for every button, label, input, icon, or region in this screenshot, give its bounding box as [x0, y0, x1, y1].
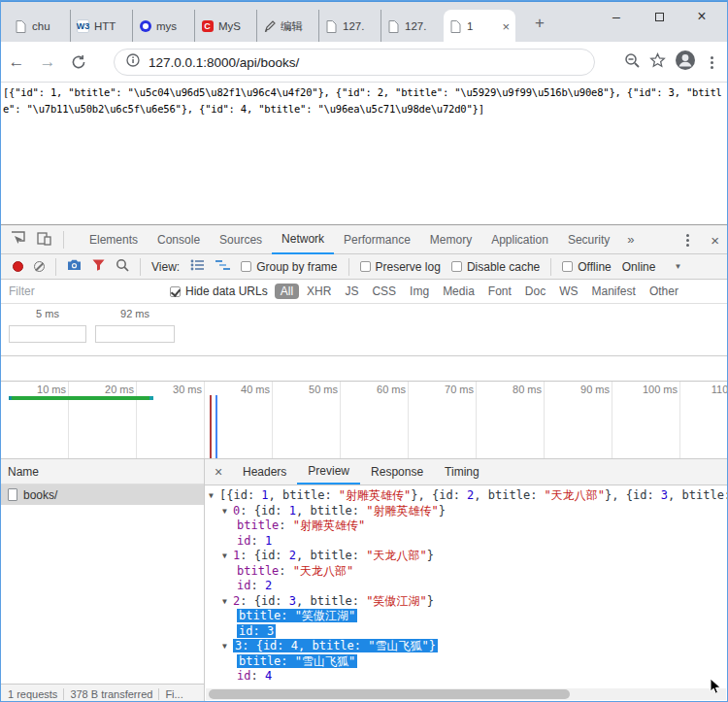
- tree-expand-icon[interactable]: ▼: [222, 594, 233, 610]
- filter-type-css[interactable]: CSS: [366, 284, 402, 299]
- devtools-tab-sources[interactable]: Sources: [210, 225, 272, 254]
- inspect-element-icon[interactable]: [11, 231, 25, 249]
- forward-icon[interactable]: →: [32, 52, 63, 72]
- requests-name-header[interactable]: Name: [1, 459, 204, 485]
- filter-input[interactable]: [1, 284, 151, 298]
- offline-checkbox[interactable]: Offline: [562, 260, 611, 274]
- window-close-button[interactable]: ×: [680, 4, 723, 29]
- more-tabs-icon[interactable]: »: [619, 232, 642, 247]
- browser-tab-7[interactable]: 127.: [381, 10, 444, 43]
- details-tab-headers[interactable]: Headers: [232, 459, 297, 485]
- details-tab-preview[interactable]: Preview: [297, 459, 360, 485]
- browser-tab-1[interactable]: chu: [9, 10, 71, 43]
- browser-tab-5[interactable]: 编辑: [257, 10, 319, 43]
- filmstrip-frame[interactable]: [9, 325, 86, 343]
- tree-expand-icon[interactable]: ▼: [222, 504, 233, 519]
- devtools-tab-security[interactable]: Security: [558, 225, 619, 254]
- omnibox[interactable]: 127.0.0.1:8000/api/books/: [114, 49, 595, 76]
- filter-type-other[interactable]: Other: [644, 284, 684, 299]
- tab-close-icon[interactable]: ×: [502, 19, 510, 34]
- minimize-button[interactable]: –: [595, 4, 638, 29]
- network-filter-bar: Hide data URLs AllXHRJSCSSImgMediaFontDo…: [1, 280, 727, 304]
- new-tab-button[interactable]: +: [535, 14, 545, 33]
- tree-line[interactable]: id: 2: [205, 579, 727, 594]
- clear-icon[interactable]: [34, 261, 45, 272]
- details-tab-timing[interactable]: Timing: [434, 459, 490, 485]
- throttling-dropdown[interactable]: Online▼: [622, 260, 682, 274]
- request-name: books/: [23, 488, 57, 502]
- view-list-icon[interactable]: [190, 259, 205, 274]
- devtools-tab-application[interactable]: Application: [481, 225, 558, 254]
- tree-line[interactable]: btitle: "射雕英雄传": [205, 518, 727, 534]
- ruler-tick: 30 ms: [137, 384, 205, 395]
- devtools-tab-console[interactable]: Console: [148, 225, 210, 254]
- filter-type-media[interactable]: Media: [437, 284, 480, 299]
- tree-expand-icon[interactable]: ▼: [222, 639, 233, 654]
- tree-line[interactable]: ▼0: {id: 1, btitle: "射雕英雄传"}: [205, 504, 727, 519]
- ruler-tick: 60 ms: [341, 384, 409, 395]
- tree-line[interactable]: btitle: "雪山飞狐": [205, 654, 727, 670]
- preserve-log-checkbox[interactable]: Preserve log: [360, 260, 441, 274]
- hide-data-urls-checkbox[interactable]: Hide data URLs: [170, 284, 268, 298]
- request-row-books[interactable]: books/: [1, 485, 204, 505]
- info-icon[interactable]: [126, 53, 140, 71]
- devtools-tab-performance[interactable]: Performance: [334, 225, 420, 254]
- filmstrip-frame[interactable]: [95, 325, 175, 343]
- tree-line[interactable]: ▼[{id: 1, btitle: "射雕英雄传"}, {id: 2, btit…: [205, 488, 727, 504]
- filter-funnel-icon[interactable]: [92, 259, 105, 274]
- devtools-tab-memory[interactable]: Memory: [420, 225, 481, 254]
- tree-line[interactable]: ▼3: {id: 4, btitle: "雪山飞狐"}: [205, 639, 727, 654]
- profile-avatar-icon[interactable]: [675, 50, 696, 75]
- tree-line[interactable]: id: 4: [205, 669, 727, 685]
- network-overview[interactable]: 10 ms20 ms30 ms40 ms50 ms60 ms70 ms80 ms…: [1, 381, 727, 459]
- finish-time: Fi...: [165, 688, 182, 700]
- tree-expand-icon[interactable]: ▼: [209, 488, 219, 504]
- device-toolbar-icon[interactable]: [37, 231, 51, 249]
- back-icon[interactable]: ←: [1, 52, 32, 72]
- devtools-tab-elements[interactable]: Elements: [80, 225, 148, 254]
- search-icon[interactable]: [116, 258, 129, 275]
- filter-type-xhr[interactable]: XHR: [301, 284, 337, 299]
- disable-cache-checkbox[interactable]: Disable cache: [451, 260, 540, 274]
- browser-tab-6[interactable]: 127.: [319, 10, 381, 43]
- filter-type-manifest[interactable]: Manifest: [586, 284, 642, 299]
- filter-type-all[interactable]: All: [275, 284, 299, 299]
- reload-icon[interactable]: [63, 54, 94, 70]
- url-text[interactable]: 127.0.0.1:8000/api/books/: [149, 55, 299, 70]
- filmstrip-row: 5 ms 92 ms: [1, 304, 727, 356]
- browser-tab-2[interactable]: W3 HTT: [71, 10, 133, 43]
- zoom-icon[interactable]: [624, 52, 641, 73]
- scrollbar-thumb[interactable]: [209, 689, 570, 699]
- filter-type-js[interactable]: JS: [339, 284, 364, 299]
- menu-dots-icon[interactable]: [705, 56, 719, 69]
- tree-line[interactable]: id: 3: [205, 624, 727, 640]
- devtools-close-icon[interactable]: ×: [711, 232, 719, 249]
- browser-tab-active[interactable]: 1 ×: [444, 10, 515, 43]
- group-by-frame-checkbox[interactable]: Group by frame: [241, 260, 337, 274]
- tree-expand-icon[interactable]: ▼: [222, 549, 233, 564]
- filter-type-img[interactable]: Img: [404, 284, 435, 299]
- filter-type-font[interactable]: Font: [482, 284, 517, 299]
- tree-line[interactable]: ▼2: {id: 3, btitle: "笑傲江湖"}: [205, 594, 727, 610]
- tree-line[interactable]: btitle: "天龙八部": [205, 564, 727, 580]
- browser-tab-4[interactable]: C MyS: [195, 10, 257, 43]
- record-button[interactable]: [13, 261, 23, 272]
- devtools-tab-network[interactable]: Network: [272, 225, 334, 254]
- devtools-menu-icon[interactable]: [680, 234, 695, 247]
- requests-count: 1 requests: [8, 688, 57, 700]
- tree-line[interactable]: id: 1: [205, 534, 727, 550]
- view-waterfall-icon[interactable]: [215, 259, 230, 274]
- browser-tab-3[interactable]: mys: [133, 10, 195, 43]
- preview-json-tree: ▼[{id: 1, btitle: "射雕英雄传"}, {id: 2, btit…: [205, 485, 727, 687]
- tree-line[interactable]: btitle: "笑傲江湖": [205, 609, 727, 624]
- details-tab-response[interactable]: Response: [360, 459, 434, 485]
- bookmark-star-icon[interactable]: [649, 52, 666, 73]
- details-close-icon[interactable]: ×: [205, 459, 232, 485]
- maximize-button[interactable]: [638, 4, 680, 29]
- tree-line[interactable]: ▼1: {id: 2, btitle: "天龙八部"}: [205, 549, 727, 564]
- filter-type-ws[interactable]: WS: [553, 284, 583, 299]
- filter-type-doc[interactable]: Doc: [519, 284, 551, 299]
- screenshots-camera-icon[interactable]: [67, 259, 82, 274]
- horizontal-scrollbar[interactable]: [206, 688, 726, 700]
- edit-icon: [263, 19, 276, 33]
